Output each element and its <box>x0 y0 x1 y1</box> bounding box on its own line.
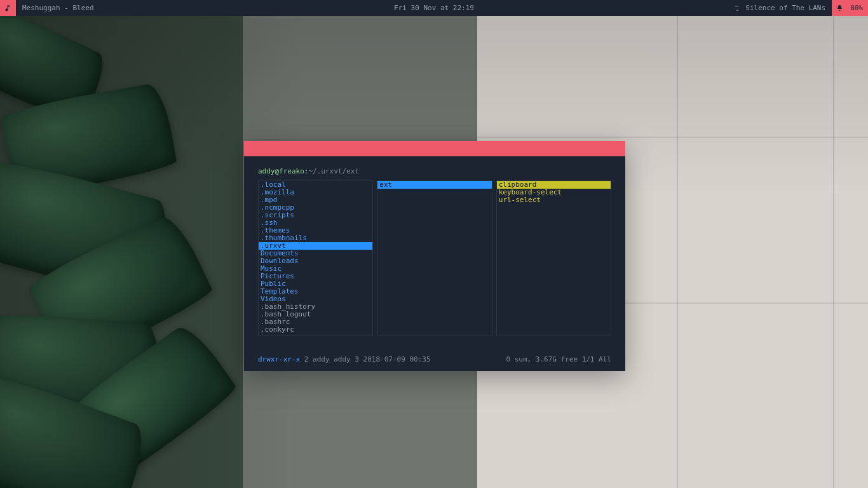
current-dir-column[interactable]: ext <box>377 180 492 336</box>
status-right: 0 sum, 3.67G free 1/1 All <box>506 356 611 363</box>
battery-status[interactable]: 80% <box>848 0 868 16</box>
music-icon[interactable] <box>0 0 16 16</box>
battery-text: 80% <box>850 4 863 12</box>
parent-item[interactable]: .urxvt <box>259 242 372 250</box>
parent-item[interactable]: Templates <box>259 288 372 295</box>
path-line: addy@freako:~/.urxvt/ext <box>258 168 611 175</box>
preview-column[interactable]: clipboardkeyboard-selecturl-select <box>496 180 611 336</box>
parent-item[interactable]: .themes <box>259 227 372 234</box>
terminal-body: addy@freako:~/.urxvt/ext .local.mozilla.… <box>244 156 625 371</box>
parent-item[interactable]: Documents <box>259 250 372 257</box>
status-left: drwxr-xr-x 2 addy addy 3 2018-07-09 00:3… <box>258 356 431 363</box>
parent-item[interactable]: .bash_logout <box>259 311 372 318</box>
top-bar: Meshuggah - Bleed Fri 30 Nov at 22:19 Si… <box>0 0 868 16</box>
parent-item[interactable]: .ssh <box>259 219 372 227</box>
parent-item[interactable]: .thumbnails <box>259 234 372 242</box>
parent-item[interactable]: .bashrc <box>259 318 372 326</box>
user-host: addy@freako: <box>258 167 308 175</box>
parent-item[interactable]: .conkyrc <box>259 326 372 334</box>
wifi-icon <box>733 4 741 12</box>
parent-item[interactable]: .scripts <box>259 212 372 219</box>
current-item[interactable]: ext <box>377 181 491 189</box>
parent-item[interactable]: .mpd <box>259 196 372 204</box>
parent-item[interactable]: .local <box>259 181 372 189</box>
parent-dir-column[interactable]: .local.mozilla.mpd.ncmpcpp.scripts.ssh.t… <box>258 180 373 336</box>
parent-item[interactable]: Downloads <box>259 257 372 265</box>
status-line: drwxr-xr-x 2 addy addy 3 2018-07-09 00:3… <box>258 349 611 363</box>
permissions: drwxr-xr-x <box>258 355 300 363</box>
parent-item[interactable]: Videos <box>259 295 372 303</box>
terminal-window[interactable]: addy@freako:~/.urxvt/ext .local.mozilla.… <box>244 141 625 371</box>
preview-item[interactable]: clipboard <box>497 181 611 189</box>
parent-item[interactable]: Public <box>259 280 372 288</box>
file-info: 2 addy addy 3 2018-07-09 00:35 <box>300 355 430 363</box>
clock: Fri 30 Nov at 22:19 <box>394 4 474 12</box>
notification-icon[interactable] <box>832 0 848 16</box>
window-titlebar[interactable] <box>244 141 625 156</box>
parent-item[interactable]: .bash_history <box>259 303 372 311</box>
preview-item[interactable]: url-select <box>497 196 611 204</box>
wifi-text: Silence of The LANs <box>745 4 825 12</box>
current-path: ~/.urxvt/ext <box>308 167 358 175</box>
parent-item[interactable]: Pictures <box>259 273 372 280</box>
ranger-columns: .local.mozilla.mpd.ncmpcpp.scripts.ssh.t… <box>258 180 611 336</box>
now-playing[interactable]: Meshuggah - Bleed <box>16 0 100 16</box>
parent-item[interactable]: Music <box>259 265 372 273</box>
preview-item[interactable]: keyboard-select <box>497 189 611 196</box>
wifi-status[interactable]: Silence of The LANs <box>727 0 832 16</box>
parent-item[interactable]: .mozilla <box>259 189 372 196</box>
parent-item[interactable]: .ncmpcpp <box>259 204 372 212</box>
now-playing-text: Meshuggah - Bleed <box>22 4 94 12</box>
